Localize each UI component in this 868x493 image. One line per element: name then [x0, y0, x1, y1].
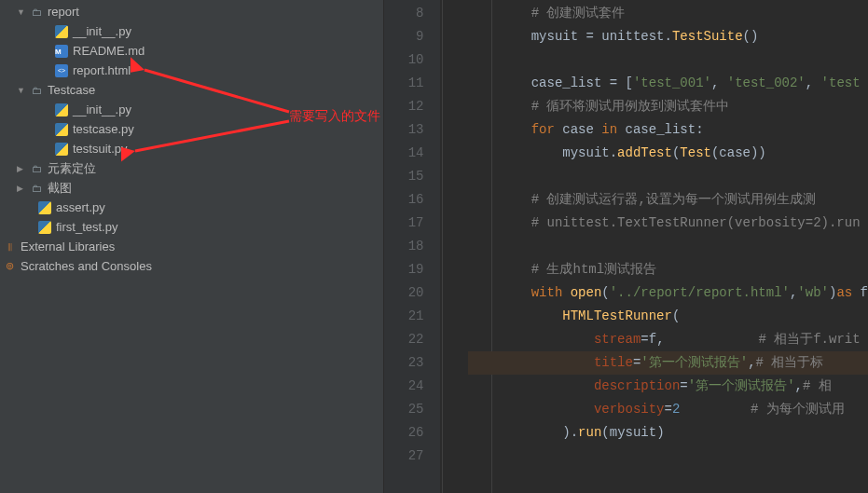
code-editor[interactable]: 8 9 10 11 12 13 14 15 16 17 18 19 20 21 …	[384, 0, 868, 493]
tree-folder-report[interactable]: ▼ 🗀 report	[0, 2, 383, 21]
code-line: HTMLTestRunner(	[468, 305, 868, 328]
code-line: mysuit.addTest(Test(case))	[468, 142, 868, 165]
tree-label: 截图	[48, 180, 72, 197]
python-file-icon	[37, 220, 52, 235]
line-number: 14	[384, 142, 423, 165]
tree-folder-testcase[interactable]: ▼ 🗀 Testcase	[0, 80, 383, 100]
line-number: 17	[384, 212, 423, 235]
tree-label: testsuit.py	[73, 142, 128, 156]
tree-label: first_test.py	[56, 220, 117, 234]
line-gutter: 8 9 10 11 12 13 14 15 16 17 18 19 20 21 …	[384, 0, 440, 493]
code-line: # 创建测试运行器,设置为每一个测试用例生成测	[468, 188, 868, 212]
folder-icon: 🗀	[29, 161, 44, 176]
tree-label: README.md	[73, 44, 145, 58]
project-tree-panel: ▼ 🗀 report __init__.py README.md report.…	[0, 0, 384, 493]
line-number: 24	[384, 375, 423, 398]
collapse-arrow-icon: ▶	[17, 164, 26, 173]
tree-external-libraries[interactable]: ⫴ External Libraries	[0, 237, 383, 256]
code-line: description='第一个测试报告',# 相	[468, 375, 868, 398]
annotation-text: 需要写入的文件	[289, 108, 380, 125]
markdown-file-icon	[54, 44, 69, 59]
code-line	[468, 48, 868, 72]
libraries-icon: ⫴	[2, 240, 17, 254]
line-number: 20	[384, 281, 423, 305]
tree-label: testcase.py	[73, 122, 134, 136]
line-number: 8	[384, 2, 423, 25]
code-line: # 生成html测试报告	[468, 258, 868, 281]
html-file-icon	[54, 63, 69, 78]
python-file-icon	[54, 24, 69, 39]
code-line: # 创建测试套件	[468, 2, 868, 25]
code-line: mysuit = unittest.TestSuite()	[468, 25, 868, 48]
scratches-icon: ⊚	[2, 259, 17, 274]
tree-file-testsuit[interactable]: testsuit.py	[0, 139, 383, 158]
line-number: 19	[384, 258, 423, 281]
expand-arrow-icon: ▼	[17, 7, 26, 17]
tree-scratches[interactable]: ⊚ Scratches and Consoles	[0, 256, 383, 276]
code-line: stream=f, # 相当于f.writ	[468, 328, 868, 351]
tree-folder-yuansu[interactable]: ▶ 🗀 元素定位	[0, 158, 383, 178]
code-line: title='第一个测试报告',# 相当于标	[468, 351, 868, 375]
tree-label: External Libraries	[21, 240, 115, 253]
python-file-icon	[54, 103, 69, 117]
line-number: 16	[384, 188, 423, 212]
tree-file-init[interactable]: __init__.py	[0, 21, 383, 41]
code-line: # 循环将测试用例放到测试套件中	[468, 95, 868, 118]
tree-file-assert[interactable]: assert.py	[0, 198, 383, 217]
folder-icon: 🗀	[29, 83, 44, 98]
line-number: 27	[384, 445, 423, 468]
line-number: 26	[384, 421, 423, 445]
tree-label: assert.py	[56, 200, 105, 214]
folder-icon: 🗀	[29, 181, 44, 196]
tree-label: __init__.py	[73, 24, 131, 38]
line-number: 10	[384, 48, 423, 72]
line-number: 23	[384, 351, 423, 375]
line-number: 21	[384, 305, 423, 328]
code-line: # unittest.TextTestRunner(verbosity=2).r…	[468, 212, 868, 235]
tree-label: Scratches and Consoles	[21, 259, 152, 273]
tree-file-readme[interactable]: README.md	[0, 41, 383, 61]
line-number: 25	[384, 398, 423, 421]
tree-file-first-test[interactable]: first_test.py	[0, 217, 383, 237]
code-line: verbosity=2 # 为每个测试用	[468, 398, 868, 421]
tree-label: __init__.py	[73, 103, 131, 116]
code-line	[468, 165, 868, 188]
code-line	[468, 235, 868, 258]
code-line: for case in case_list:	[468, 118, 868, 142]
python-file-icon	[37, 200, 52, 215]
line-number: 9	[384, 25, 423, 48]
line-number: 12	[384, 95, 423, 118]
tree-label: report	[48, 5, 79, 19]
line-number: 11	[384, 72, 423, 95]
code-line: ).run(mysuit)	[468, 421, 868, 445]
line-number: 18	[384, 235, 423, 258]
collapse-arrow-icon: ▶	[17, 184, 26, 193]
tree-label: 元素定位	[48, 160, 96, 177]
tree-label: report.html	[73, 63, 131, 77]
expand-arrow-icon: ▼	[17, 86, 26, 95]
tree-label: Testcase	[48, 83, 95, 97]
line-number: 22	[384, 328, 423, 351]
line-number: 15	[384, 165, 423, 188]
python-file-icon	[54, 122, 69, 137]
tree-folder-jietu[interactable]: ▶ 🗀 截图	[0, 178, 383, 198]
code-line: with open('../report/report.html','wb')a…	[468, 281, 868, 305]
code-text-area[interactable]: # 创建测试套件 mysuit = unittest.TestSuite() c…	[440, 0, 868, 493]
code-line: case_list = ['test_001', 'test_002', 'te…	[468, 72, 868, 95]
tree-file-report-html[interactable]: report.html	[0, 61, 383, 80]
python-file-icon	[54, 142, 69, 157]
folder-icon: 🗀	[29, 5, 44, 20]
line-number: 13	[384, 118, 423, 142]
